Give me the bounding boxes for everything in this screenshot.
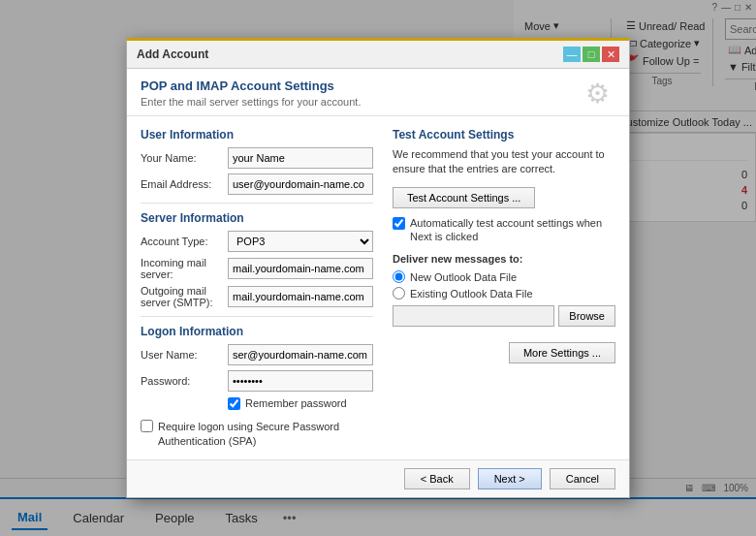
outgoing-server-label: Outgoing mail server (SMTP): [141,285,228,308]
outgoing-server-row: Outgoing mail server (SMTP): [141,285,373,308]
auto-test-checkbox[interactable] [393,217,405,230]
email-address-input[interactable] [228,173,373,195]
test-account-title: Test Account Settings [393,128,615,142]
more-settings-row: More Settings ... [393,342,615,371]
password-row: Password: [141,370,373,392]
outgoing-server-input[interactable] [228,286,373,307]
divider-1 [141,203,373,204]
back-btn[interactable]: < Back [404,468,470,489]
settings-icon: ⚙ [585,78,610,110]
dialog-right-column: Test Account Settings We recommend that … [393,128,615,448]
remember-password-row: Remember password [228,396,373,410]
username-label: User Name: [141,349,228,361]
email-address-label: Email Address: [141,178,228,190]
auto-test-label: Automatically test account settings when… [410,216,615,244]
existing-path-input[interactable] [393,305,554,327]
your-name-row: Your Name: [141,147,373,169]
your-name-label: Your Name: [141,152,228,164]
require-spa-checkbox[interactable] [141,420,153,432]
user-info-title: User Information [141,128,373,142]
test-description: We recommend that you test your account … [393,147,615,177]
account-type-row: Account Type: POP3 IMAP [141,231,373,252]
server-info-title: Server Information [141,211,373,225]
test-account-settings-btn[interactable]: Test Account Settings ... [393,187,535,208]
dialog-maximize-btn[interactable]: □ [583,47,600,62]
new-outlook-radio[interactable] [393,270,405,283]
divider-2 [141,316,373,317]
dialog-titlebar: Add Account — □ ✕ [127,41,629,69]
cancel-btn[interactable]: Cancel [550,468,615,489]
dialog-controls: — □ ✕ [563,47,619,62]
password-input[interactable] [228,370,373,392]
deliver-input-row: Browse [393,305,615,327]
existing-outlook-label: Existing Outlook Data File [410,288,533,300]
dialog-header: POP and IMAP Account Settings Enter the … [127,69,629,116]
remember-password-checkbox[interactable] [228,397,240,410]
incoming-server-label: Incoming mail server: [141,257,228,280]
browse-btn[interactable]: Browse [558,305,615,327]
deliver-title: Deliver new messages to: [393,253,615,265]
incoming-server-row: Incoming mail server: [141,257,373,280]
auto-test-row: Automatically test account settings when… [393,216,615,244]
add-account-dialog: Add Account — □ ✕ POP and IMAP Account S… [126,38,630,498]
account-type-label: Account Type: [141,236,228,247]
username-input[interactable] [228,344,373,365]
account-type-select[interactable]: POP3 IMAP [228,231,373,252]
dialog-title: Add Account [137,47,208,61]
require-spa-label: Require logon using Secure Password Auth… [158,420,373,448]
dialog-close-btn[interactable]: ✕ [602,47,619,62]
next-btn[interactable]: Next > [478,468,542,489]
modal-overlay: Add Account — □ ✕ POP and IMAP Account S… [0,0,756,536]
email-address-row: Email Address: [141,173,373,195]
dialog-header-subtitle: Enter the mail server settings for your … [141,96,615,108]
new-outlook-label: New Outlook Data File [410,271,517,283]
password-label: Password: [141,375,228,387]
existing-outlook-radio[interactable] [393,287,405,300]
more-settings-btn[interactable]: More Settings ... [509,342,615,363]
logon-info-title: Logon Information [141,325,373,338]
new-outlook-row: New Outlook Data File [393,270,615,283]
dialog-left-column: User Information Your Name: Email Addres… [141,128,373,448]
incoming-server-input[interactable] [228,258,373,279]
your-name-input[interactable] [228,147,373,169]
username-row: User Name: [141,344,373,365]
dialog-minimize-btn[interactable]: — [563,47,581,62]
remember-password-label: Remember password [245,396,347,410]
spa-row: Require logon using Secure Password Auth… [141,420,373,448]
dialog-body: User Information Your Name: Email Addres… [127,116,629,459]
existing-outlook-row: Existing Outlook Data File [393,287,615,300]
dialog-footer: < Back Next > Cancel [127,459,629,497]
dialog-header-title: POP and IMAP Account Settings [141,79,615,93]
